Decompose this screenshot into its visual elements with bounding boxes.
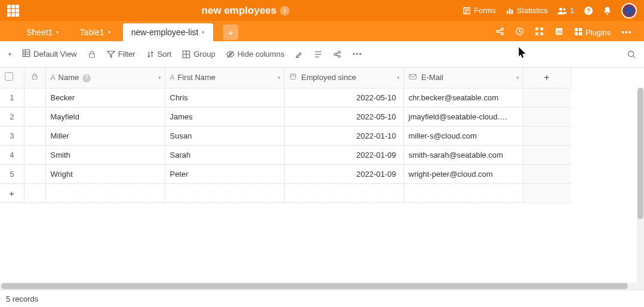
table-row[interactable]: 4SmithSarah2022-01-09smith-sarah@seatabl…: [0, 145, 571, 164]
add-row[interactable]: +: [0, 183, 571, 202]
cell-first-name[interactable]: Peter: [165, 164, 284, 183]
base-title-text[interactable]: new employees: [202, 5, 277, 17]
cell-first-name[interactable]: Chris: [165, 88, 284, 107]
col-name-label: Name: [58, 73, 79, 82]
chevron-down-icon[interactable]: ▾: [516, 75, 519, 81]
row-number[interactable]: 5: [0, 164, 24, 183]
avatar[interactable]: [621, 3, 637, 19]
share-view-icon[interactable]: [333, 50, 341, 59]
row-lock-cell: [24, 107, 45, 126]
row-height-button[interactable]: [314, 50, 322, 59]
row-number[interactable]: 3: [0, 126, 24, 145]
cell-email[interactable]: wright-peter@cloud.com: [403, 164, 523, 183]
cell-email[interactable]: chr.becker@seatable.com: [403, 88, 523, 107]
cell-email[interactable]: miller-s@cloud.com: [403, 126, 523, 145]
view-dropdown-chevron[interactable]: ▾: [8, 51, 11, 57]
cell-first-name[interactable]: Susan: [165, 126, 284, 145]
cell-employed-since[interactable]: 2022-01-09: [284, 164, 403, 183]
color-button[interactable]: [295, 50, 303, 59]
cell-email[interactable]: jmayfield@seatable-cloud.…: [403, 107, 523, 126]
scripts-icon[interactable]: JS: [554, 27, 563, 38]
cell-first-name[interactable]: Sarah: [165, 145, 284, 164]
locked-header: [24, 67, 45, 88]
scrollbar-thumb[interactable]: [637, 88, 643, 219]
notifications-icon[interactable]: [603, 6, 612, 16]
sort-button[interactable]: Sort: [146, 50, 172, 59]
vertical-scrollbar[interactable]: [637, 88, 644, 290]
group-button[interactable]: Group: [182, 50, 215, 59]
more-icon[interactable]: •••: [621, 27, 632, 37]
plugins-button[interactable]: Plugins: [574, 27, 611, 38]
record-count: 5 records: [6, 294, 38, 303]
cell-name[interactable]: Mayfield: [45, 107, 165, 126]
date-type-icon: [289, 73, 298, 82]
scrollbar-thumb[interactable]: [1, 283, 628, 289]
select-all-header[interactable]: [0, 67, 24, 88]
svg-point-46: [628, 51, 634, 56]
status-bar: 5 records: [0, 290, 644, 307]
column-header-name[interactable]: AName ? ▾: [45, 67, 165, 88]
help-icon[interactable]: ?: [584, 6, 593, 16]
tab-sheet1[interactable]: Sheet1 ▾: [18, 23, 67, 41]
table-row[interactable]: 5WrightPeter2022-01-09wright-peter@cloud…: [0, 164, 571, 183]
cell-employed-since[interactable]: 2022-05-10: [284, 107, 403, 126]
cell-employed-since[interactable]: 2022-01-10: [284, 126, 403, 145]
hide-columns-button[interactable]: Hide columns: [226, 50, 285, 59]
filter-button[interactable]: Filter: [107, 50, 135, 59]
checkbox-icon[interactable]: [5, 72, 13, 81]
svg-rect-31: [89, 54, 94, 57]
cell-name[interactable]: Becker: [45, 88, 165, 107]
cell-name[interactable]: Smith: [45, 145, 165, 164]
cell-email[interactable]: smith-sarah@seatable.com: [403, 145, 523, 164]
tab-table1[interactable]: Table1 ▾: [71, 23, 119, 41]
automations-icon[interactable]: [535, 27, 544, 38]
cell-employed-since[interactable]: 2022-01-09: [284, 145, 403, 164]
lock-view-icon[interactable]: [88, 50, 96, 59]
add-table-button[interactable]: +: [223, 24, 238, 40]
column-header-first-name[interactable]: AFirst Name ▾: [165, 67, 284, 88]
statistics-link[interactable]: Statistics: [506, 6, 548, 15]
forms-link[interactable]: Forms: [463, 6, 496, 15]
history-icon[interactable]: [515, 27, 524, 38]
svg-rect-48: [32, 76, 37, 79]
svg-line-15: [498, 32, 501, 33]
tab-new-employee-list[interactable]: new-employee-list ▾: [123, 23, 214, 41]
svg-rect-24: [579, 27, 582, 30]
column-header-employed-since[interactable]: Employed since ▾: [284, 67, 403, 88]
cell-employed-since[interactable]: 2022-05-10: [284, 88, 403, 107]
table-row[interactable]: 2MayfieldJames2022-05-10jmayfield@seatab…: [0, 107, 571, 126]
row-number[interactable]: 1: [0, 88, 24, 107]
cell-first-name[interactable]: James: [165, 107, 284, 126]
tab-sheet1-label: Sheet1: [26, 27, 53, 37]
cell-name[interactable]: Wright: [45, 164, 165, 183]
svg-rect-49: [290, 75, 295, 79]
svg-text:JS: JS: [556, 29, 562, 35]
plus-icon[interactable]: +: [9, 188, 14, 198]
view-selector[interactable]: Default View: [22, 49, 77, 59]
topbar-right: Forms Statistics 1 ?: [463, 3, 637, 19]
column-header-email[interactable]: E-Mail ▾: [403, 67, 523, 88]
info-icon[interactable]: i: [280, 6, 289, 16]
table-row[interactable]: 1BeckerChris2022-05-10chr.becker@seatabl…: [0, 88, 571, 107]
cell-name[interactable]: Miller: [45, 126, 165, 145]
chevron-down-icon[interactable]: ▾: [278, 75, 281, 81]
svg-point-11: [497, 30, 499, 33]
chevron-down-icon[interactable]: ▾: [397, 75, 400, 81]
row-number[interactable]: 2: [0, 107, 24, 126]
table-row[interactable]: 3MillerSusan2022-01-10miller-s@cloud.com: [0, 126, 571, 145]
more-tools-icon[interactable]: •••: [352, 50, 362, 59]
apps-grid-icon[interactable]: [7, 5, 19, 17]
svg-rect-6: [511, 10, 513, 14]
search-icon[interactable]: [627, 50, 636, 59]
row-number[interactable]: 4: [0, 145, 24, 164]
email-type-icon: [409, 73, 418, 82]
help-icon[interactable]: ?: [82, 74, 91, 82]
share-icon[interactable]: [495, 27, 504, 38]
svg-line-45: [337, 54, 339, 56]
collaborators-button[interactable]: 1: [557, 6, 574, 15]
horizontal-scrollbar[interactable]: [0, 283, 637, 290]
chevron-down-icon[interactable]: ▾: [158, 75, 161, 81]
add-column-button[interactable]: +: [523, 67, 571, 88]
mouse-cursor-icon: [519, 47, 527, 61]
svg-rect-19: [535, 32, 538, 35]
